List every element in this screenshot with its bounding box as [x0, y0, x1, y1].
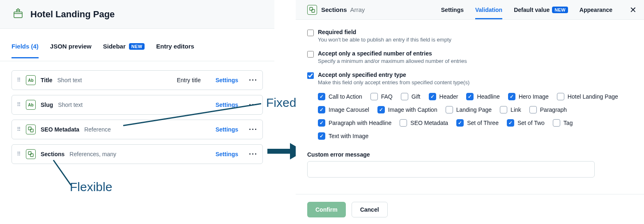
tab-fields[interactable]: Fields (4) — [12, 43, 39, 58]
entry-type-option[interactable]: Image with Caption — [377, 106, 437, 113]
entry-title-label: Entry title — [177, 77, 200, 83]
field-row-slug: ⠿ Ab Slug Short text Settings ··· — [12, 95, 263, 115]
short-text-icon: Ab — [26, 100, 36, 110]
checkbox-icon[interactable] — [429, 93, 436, 100]
entry-type-option[interactable]: Link — [500, 106, 521, 113]
page-title: Hotel Landing Page — [30, 9, 115, 20]
editor-field-name: Sections — [321, 6, 347, 13]
entry-type-option[interactable]: Paragraph — [529, 106, 567, 113]
cancel-button[interactable]: Cancel — [352, 202, 388, 217]
checkbox-icon[interactable] — [466, 93, 474, 100]
entry-type-option[interactable]: Header — [429, 93, 458, 100]
validation-option-required: Required field You won't be able to publ… — [307, 29, 632, 43]
checkbox-icon[interactable] — [318, 119, 325, 127]
tab-sidebar[interactable]: SidebarNEW — [103, 43, 145, 57]
entry-type-option[interactable]: Set of Two — [507, 119, 545, 127]
entry-type-option[interactable]: Hero Image — [508, 93, 549, 100]
validation-option-label: Accept only a specified number of entrie… — [318, 50, 467, 57]
confirm-button[interactable]: Confirm — [307, 202, 346, 217]
new-badge: NEW — [552, 7, 568, 13]
checkbox-icon[interactable] — [507, 119, 514, 127]
tab-json-preview[interactable]: JSON preview — [50, 43, 92, 57]
checkbox-icon[interactable] — [557, 93, 564, 100]
reference-icon — [26, 125, 36, 134]
field-name: Sections — [41, 151, 64, 157]
checkbox-icon[interactable] — [508, 93, 515, 100]
entries-count-checkbox[interactable] — [307, 51, 314, 58]
drag-handle-icon[interactable]: ⠿ — [17, 104, 21, 106]
checkbox-icon[interactable] — [318, 132, 325, 140]
checkbox-icon[interactable] — [318, 93, 325, 100]
entry-type-label: Tag — [564, 120, 573, 126]
checkbox-icon[interactable] — [318, 106, 325, 113]
entry-type-label: Image Carousel — [329, 106, 369, 113]
annotation-fixed-label: Fixed — [266, 96, 296, 110]
drag-handle-icon[interactable]: ⠿ — [17, 128, 21, 130]
package-icon — [12, 7, 25, 21]
entry-type-option[interactable]: Hotel Landing Page — [557, 93, 618, 100]
checkbox-icon[interactable] — [377, 106, 385, 113]
entry-type-label: Call to Action — [329, 93, 362, 100]
checkbox-icon[interactable] — [400, 119, 407, 127]
entry-type-label: Header — [439, 93, 458, 100]
entry-type-option[interactable]: Gift — [401, 93, 421, 100]
entry-type-option[interactable]: FAQ — [370, 93, 393, 100]
field-name: Slug — [41, 102, 53, 108]
checkbox-icon[interactable] — [401, 93, 408, 100]
field-menu-icon[interactable]: ··· — [249, 150, 258, 159]
entry-type-option[interactable]: Tag — [553, 119, 573, 127]
checkbox-icon[interactable] — [529, 106, 537, 113]
entry-type-option[interactable]: Paragraph with Headline — [318, 119, 391, 127]
validation-option-label: Required field — [318, 29, 451, 35]
left-panel: Hotel Landing Page Fields (4) JSON previ… — [0, 0, 274, 224]
entry-type-option[interactable]: SEO Metadata — [400, 119, 448, 127]
field-menu-icon[interactable]: ··· — [249, 76, 258, 85]
field-type: Short text — [58, 77, 82, 83]
validation-option-entrytype: Accept only specified entry type Make th… — [307, 72, 632, 85]
entry-type-label: Gift — [412, 93, 421, 100]
field-settings-link[interactable]: Settings — [216, 126, 238, 133]
checkbox-icon[interactable] — [553, 119, 560, 127]
field-settings-link[interactable]: Settings — [216, 77, 238, 83]
svg-rect-5 — [267, 149, 290, 154]
editor-tab-settings[interactable]: Settings — [441, 0, 464, 19]
entry-type-option[interactable]: Set of Three — [456, 119, 499, 127]
tab-entry-editors[interactable]: Entry editors — [156, 43, 194, 57]
content-type-header: Hotel Landing Page — [0, 0, 274, 29]
drag-handle-icon[interactable]: ⠿ — [17, 153, 21, 155]
entry-type-option[interactable]: Headline — [466, 93, 499, 100]
checkbox-icon[interactable] — [500, 106, 507, 113]
entry-type-option[interactable]: Text with Image — [318, 132, 368, 140]
entry-type-option[interactable]: Image Carousel — [318, 106, 369, 113]
checkbox-icon[interactable] — [370, 93, 378, 100]
field-type: References, many — [69, 151, 116, 157]
editor-tab-appearance[interactable]: Appearance — [580, 0, 612, 19]
entry-type-option[interactable]: Landing Page — [446, 106, 492, 113]
close-icon[interactable]: ✕ — [624, 5, 642, 15]
entry-type-option[interactable]: Call to Action — [318, 93, 362, 100]
field-menu-icon[interactable]: ··· — [249, 125, 258, 134]
drag-handle-icon[interactable]: ⠿ — [17, 79, 21, 81]
custom-error-input[interactable] — [307, 161, 595, 178]
field-editor-header: Sections Array Settings Validation Defau… — [296, 0, 644, 20]
field-row-title: ⠿ Ab Title Short text Entry title Settin… — [12, 70, 263, 90]
entry-type-label: Paragraph with Headline — [329, 120, 391, 126]
fields-list: ⠿ Ab Title Short text Entry title Settin… — [0, 61, 274, 164]
entry-types-grid: Call to ActionFAQGiftHeaderHeadlineHero … — [318, 93, 630, 140]
entry-type-label: Link — [511, 106, 521, 113]
checkbox-icon[interactable] — [446, 106, 453, 113]
entry-type-checkbox[interactable] — [307, 72, 314, 79]
svg-rect-3 — [28, 152, 31, 155]
reference-many-icon — [26, 149, 36, 159]
checkbox-icon[interactable] — [456, 119, 464, 127]
svg-rect-2 — [30, 129, 33, 132]
field-settings-link[interactable]: Settings — [216, 151, 238, 157]
editor-tab-default-value[interactable]: Default valueNEW — [514, 0, 568, 19]
field-type: Reference — [84, 126, 111, 133]
required-field-checkbox[interactable] — [307, 30, 314, 36]
validation-option-count: Accept only a specified number of entrie… — [307, 50, 632, 64]
sections-field-editor: Sections Array Settings Validation Defau… — [296, 0, 644, 224]
svg-rect-1 — [28, 127, 31, 130]
entry-type-label: Set of Three — [467, 120, 499, 126]
editor-tab-validation[interactable]: Validation — [475, 0, 502, 19]
